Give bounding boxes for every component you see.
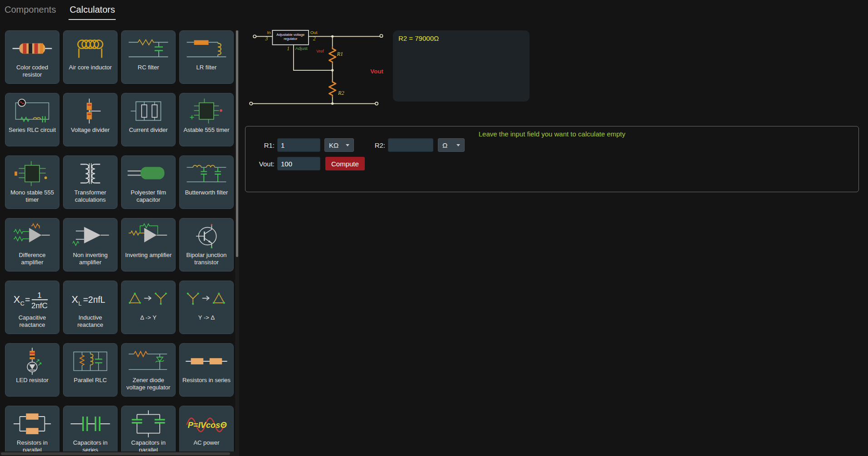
pin-adjust-label: Adjust xyxy=(295,46,308,51)
calculator-card[interactable]: Butterworth filter xyxy=(179,155,234,209)
parallel-rlc-icon xyxy=(68,347,113,376)
r2-unit-label: Ω xyxy=(442,141,447,149)
calculator-card[interactable]: P=IVcosΘAC power xyxy=(179,406,234,456)
vout-input[interactable] xyxy=(277,157,320,170)
calculator-card[interactable]: Polyester film capacitor xyxy=(121,155,176,209)
calculator-card[interactable]: Mono stable 555 timer xyxy=(5,155,59,209)
calculator-card[interactable]: LR filter xyxy=(179,30,234,84)
calculator-card-label: Bipolar junction transistor xyxy=(181,252,231,266)
calculator-card[interactable]: Zener diode voltage regulator xyxy=(121,343,176,397)
calculator-card[interactable]: Air core inductor xyxy=(63,30,118,84)
pin-in-number: 3 xyxy=(265,36,268,42)
form-row-vout: Vout: Compute xyxy=(245,157,365,170)
polyester-film-capacitor-icon xyxy=(126,159,171,188)
resistors-in-parallel-icon xyxy=(10,409,55,438)
svg-text:X: X xyxy=(14,294,20,305)
vertical-scrollbar-thumb[interactable] xyxy=(236,30,238,257)
calculator-card-label: Difference amplifier xyxy=(7,252,57,266)
calculator-card-label: Current divider xyxy=(129,126,167,134)
mono-stable-555-timer-icon xyxy=(10,159,55,188)
svg-text:L: L xyxy=(78,301,82,307)
non-inverting-amplifier-icon xyxy=(68,222,113,251)
tab-components[interactable]: Components xyxy=(4,5,57,20)
astable-555-timer-icon xyxy=(184,97,229,126)
horizontal-scrollbar-thumb[interactable] xyxy=(1,452,230,455)
calculator-card-label: Astable 555 timer xyxy=(183,126,229,134)
r1-unit-label: KΩ xyxy=(329,141,338,149)
resistor-r2-symbol xyxy=(329,80,336,97)
zener-diode-voltage-regulator-icon xyxy=(126,347,171,376)
calculator-card[interactable]: Series RLC circuit xyxy=(5,93,59,146)
tab-calculators[interactable]: Calculators xyxy=(69,5,116,20)
pin-in-label: In xyxy=(267,30,271,35)
svg-text:P=IVcosΘ: P=IVcosΘ xyxy=(188,420,227,430)
r2-unit-select[interactable]: Ω xyxy=(438,138,465,152)
calculator-form-panel: Leave the input field you want to calcul… xyxy=(245,126,859,192)
calculator-grid: Color coded resistorAir core inductorRC … xyxy=(5,30,234,456)
r1-input[interactable] xyxy=(277,138,320,152)
junction-dot xyxy=(331,69,333,71)
calculator-card[interactable]: Resistors in series xyxy=(179,343,234,397)
calculator-card[interactable]: RC filter xyxy=(121,30,176,84)
calculator-card[interactable]: Color coded resistor xyxy=(5,30,59,84)
r2-input[interactable] xyxy=(388,138,433,152)
calculator-card[interactable]: Capacitors in parallel xyxy=(121,406,176,456)
form-hint: Leave the input field you want to calcul… xyxy=(245,130,858,138)
calculator-card[interactable]: Voltage divider xyxy=(63,93,118,146)
calculator-card[interactable]: Δ -> Y xyxy=(121,281,176,334)
series-rlc-circuit-icon xyxy=(10,97,55,126)
transformer-calculations-icon xyxy=(68,159,113,188)
led-resistor-icon xyxy=(10,347,55,376)
calculator-card[interactable]: Y -> Δ xyxy=(179,281,234,334)
app: { "colors": { "background": "#141414", "… xyxy=(0,0,868,456)
compute-button[interactable]: Compute xyxy=(325,157,365,170)
inductive-reactance-formula-icon: XL=2пfL xyxy=(68,284,113,313)
resistor-r1-symbol xyxy=(329,47,336,64)
capacitors-in-parallel-icon xyxy=(126,409,171,438)
calculator-card[interactable]: Transformer calculations xyxy=(63,155,118,209)
calculator-card[interactable]: Inverting amplifier xyxy=(121,218,176,272)
r1-unit-select[interactable]: KΩ xyxy=(324,138,354,152)
air-core-inductor-icon xyxy=(68,34,113,63)
calculator-card[interactable]: Resistors in parallel xyxy=(5,406,59,456)
sidebar-horizontal-scrollbar[interactable] xyxy=(0,451,235,456)
calculator-card-label: Inverting amplifier xyxy=(125,252,172,259)
chevron-down-icon xyxy=(346,144,349,146)
butterworth-filter-icon xyxy=(184,159,229,188)
calculator-card[interactable]: Non inverting amplifier xyxy=(63,218,118,272)
calculator-card[interactable]: XC=12пfCCapacitive reactance xyxy=(5,281,59,334)
adjustable-voltage-regulator-diagram: Adjustable voltage regulator In 3 Out 2 … xyxy=(249,29,385,109)
wires xyxy=(252,36,380,103)
r1-diagram-label: R1 xyxy=(336,51,343,57)
calculator-card-label: Butterworth filter xyxy=(185,189,228,196)
calculator-card-label: Transformer calculations xyxy=(65,189,115,203)
calculator-card-label: Y -> Δ xyxy=(198,314,215,321)
calculator-card-label: Resistors in series xyxy=(182,377,230,384)
rc-filter-icon xyxy=(126,34,171,63)
voltage-divider-icon xyxy=(68,97,113,126)
svg-text:1: 1 xyxy=(37,291,42,300)
lr-filter-icon xyxy=(184,34,229,63)
calculator-card-label: Air core inductor xyxy=(69,64,112,71)
calculator-card[interactable]: Current divider xyxy=(121,93,176,146)
calculator-card[interactable]: Difference amplifier xyxy=(5,218,59,272)
calculator-card[interactable]: Capacitors in series xyxy=(63,406,118,456)
calculator-card-label: LR filter xyxy=(196,64,217,71)
terminal-out-top xyxy=(380,34,383,37)
calculator-card[interactable]: Astable 555 timer xyxy=(179,93,234,146)
calculator-card-label: Inductive reactance xyxy=(65,314,115,328)
calculator-card[interactable]: LED resistor xyxy=(5,343,59,397)
calculator-card-label: LED resistor xyxy=(16,377,49,384)
svg-text:2пfC: 2пfC xyxy=(31,301,48,310)
calculator-card[interactable]: Bipolar junction transistor xyxy=(179,218,234,272)
junction-dot xyxy=(331,35,333,38)
calculator-card-label: Capacitive reactance xyxy=(7,314,57,328)
vout-label: Vout xyxy=(370,68,383,75)
calculator-card-label: Voltage divider xyxy=(71,126,109,134)
calculator-card-label: Mono stable 555 timer xyxy=(7,189,57,203)
calculator-card[interactable]: Parallel RLC xyxy=(63,343,118,397)
calculator-card[interactable]: XL=2пfLInductive reactance xyxy=(63,281,118,334)
sidebar-vertical-scrollbar[interactable] xyxy=(235,30,239,456)
svg-text:=2пfL: =2пfL xyxy=(83,295,105,305)
regulator-box-label-line2: regulator xyxy=(284,37,297,41)
